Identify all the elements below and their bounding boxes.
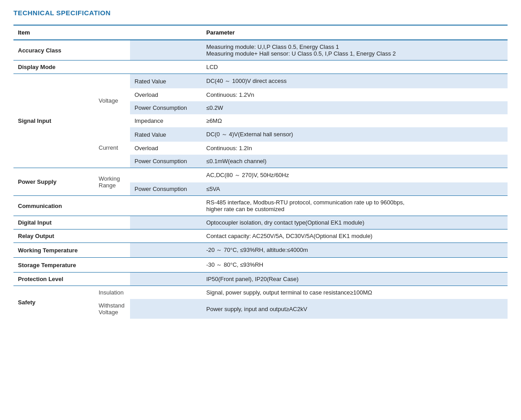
param-cell: RS-485 interface, Modbus-RTU protocol, c… — [202, 196, 508, 216]
table-row: CommunicationRS-485 interface, Modbus-RT… — [13, 196, 508, 216]
sub2-cell: Power Consumption — [130, 101, 202, 114]
item-cell: Power Supply — [13, 168, 94, 196]
sub2-cell — [130, 168, 202, 183]
header-item: Item — [13, 25, 94, 40]
sub2-cell — [130, 258, 202, 273]
sub2-cell — [130, 229, 202, 243]
item-cell: Protection Level — [13, 273, 94, 286]
header-sub1 — [94, 25, 130, 40]
sub2-cell: Overload — [130, 142, 202, 155]
sub2-cell: Power Consumption — [130, 155, 202, 168]
sub1-cell — [94, 258, 130, 273]
spec-table: Item Parameter Accuracy ClassMeasuring m… — [13, 25, 508, 319]
item-cell: Signal Input — [13, 74, 94, 168]
sub2-cell — [130, 216, 202, 229]
sub2-cell — [130, 299, 202, 319]
header-parameter: Parameter — [202, 25, 508, 40]
sub2-cell: Rated Value — [130, 127, 202, 142]
param-cell: Signal, power supply, output terminal to… — [202, 286, 508, 299]
sub2-cell — [130, 196, 202, 216]
param-cell: LCD — [202, 61, 508, 74]
table-row: Signal InputVoltageRated ValueDC(40 ～ 10… — [13, 74, 508, 89]
sub2-cell: Power Consumption — [130, 182, 202, 196]
sub1-cell — [94, 243, 130, 258]
param-cell: ≤0.1mW(each channel) — [202, 155, 508, 168]
param-cell: -30 ～ 80°C, ≤93%RH — [202, 258, 508, 273]
param-cell: DC(40 ～ 1000)V direct access — [202, 74, 508, 89]
sub1-cell: Current — [94, 127, 130, 168]
sub1-cell: Working Range — [94, 168, 130, 196]
param-cell: ≥6MΩ — [202, 114, 508, 127]
sub2-cell — [130, 286, 202, 299]
item-cell: Storage Temperature — [13, 258, 94, 273]
sub2-cell: Overload — [130, 88, 202, 101]
table-row: Working Temperature-20 ～ 70°C, ≤93%RH, a… — [13, 243, 508, 258]
sub2-cell — [130, 243, 202, 258]
sub1-cell — [94, 229, 130, 243]
item-cell: Safety — [13, 286, 94, 319]
sub1-cell — [94, 40, 130, 61]
item-cell: Working Temperature — [13, 243, 94, 258]
sub2-cell — [130, 40, 202, 61]
param-cell: Continuous: 1.2Vn — [202, 88, 508, 101]
param-cell: IP50(Front panel), IP20(Rear Case) — [202, 273, 508, 286]
sub1-cell — [94, 196, 130, 216]
param-cell: ≤0.2W — [202, 101, 508, 114]
param-cell: -20 ～ 70°C, ≤93%RH, altitude:≤4000m — [202, 243, 508, 258]
header-sub2 — [130, 25, 202, 40]
param-cell: Measuring module: U,I,P Class 0.5, Energ… — [202, 40, 508, 61]
sub2-cell: Rated Value — [130, 74, 202, 89]
table-row: Display ModeLCD — [13, 61, 508, 74]
param-cell: Power supply, input and output≥AC2kV — [202, 299, 508, 319]
param-cell: Contact capacity: AC250V/5A, DC30V/5A(Op… — [202, 229, 508, 243]
sub1-cell: Insulation — [94, 286, 130, 299]
table-row: Power SupplyWorking RangeAC,DC(80 ～ 270)… — [13, 168, 508, 183]
param-cell: AC,DC(80 ～ 270)V, 50Hz/60Hz — [202, 168, 508, 183]
page-title: TECHNICAL SPECIFICATION — [13, 9, 508, 17]
sub1-cell: Withstand Voltage — [94, 299, 130, 319]
param-cell: DC(0 ～ 4)V(External hall sensor) — [202, 127, 508, 142]
item-cell: Communication — [13, 196, 94, 216]
param-cell: Optocoupler isolation, dry contact type(… — [202, 216, 508, 229]
sub2-cell — [130, 273, 202, 286]
param-cell: Continuous: 1.2In — [202, 142, 508, 155]
item-cell: Display Mode — [13, 61, 94, 74]
table-row: SafetyInsulationSignal, power supply, ou… — [13, 286, 508, 299]
sub1-cell — [94, 273, 130, 286]
sub1-cell — [94, 61, 130, 74]
table-row: Storage Temperature-30 ～ 80°C, ≤93%RH — [13, 258, 508, 273]
sub2-cell — [130, 61, 202, 74]
item-cell: Accuracy Class — [13, 40, 94, 61]
param-cell: ≤5VA — [202, 182, 508, 196]
sub1-cell: Voltage — [94, 74, 130, 128]
table-row: Digital InputOptocoupler isolation, dry … — [13, 216, 508, 229]
item-cell: Digital Input — [13, 216, 94, 229]
table-row: Protection LevelIP50(Front panel), IP20(… — [13, 273, 508, 286]
table-row: Accuracy ClassMeasuring module: U,I,P Cl… — [13, 40, 508, 61]
sub2-cell: Impedance — [130, 114, 202, 127]
item-cell: Relay Output — [13, 229, 94, 243]
table-row: Relay OutputContact capacity: AC250V/5A,… — [13, 229, 508, 243]
sub1-cell — [94, 216, 130, 229]
